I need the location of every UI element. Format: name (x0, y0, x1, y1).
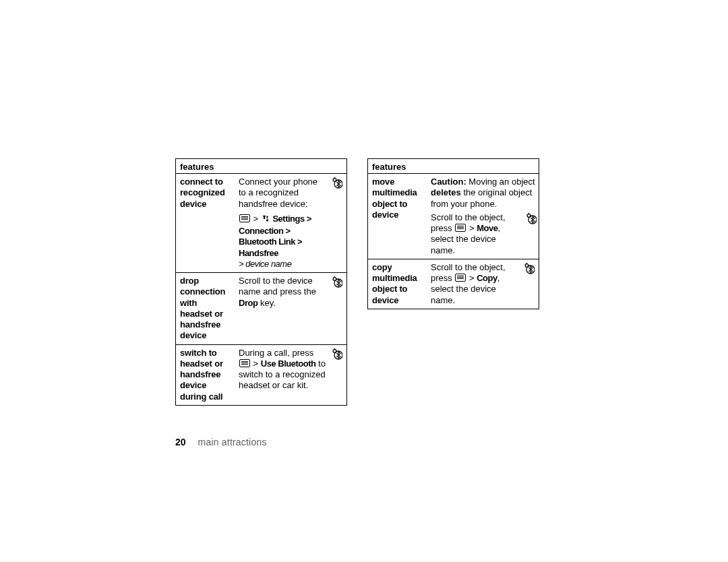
bluetooth-cell (330, 344, 347, 405)
caution-text: Moving an object (466, 177, 535, 187)
right-column: features move multimedia object to devic… (367, 158, 539, 406)
action-move: Move (477, 223, 497, 233)
caution-label: Caution: (431, 177, 466, 187)
table-header: features (368, 159, 539, 174)
feature-desc: Scroll to the object, press > Copy, sele… (427, 259, 522, 309)
features-table-left: features connect to recognized device Co… (175, 158, 347, 406)
feature-desc: Scroll to the device name and press the … (235, 273, 330, 345)
bluetooth-cell (522, 259, 539, 309)
scroll-text: Scroll to the object, (431, 212, 506, 222)
desc-text: Connect your phone to a recognized hands… (239, 177, 317, 209)
bluetooth-icon (524, 266, 535, 276)
scroll-text: Scroll to the object, (431, 262, 506, 272)
feature-name: switch to headset or handsfree device du… (176, 344, 235, 405)
bluetooth-icon (332, 181, 342, 191)
svg-point-3 (333, 179, 336, 182)
bluetooth-icon (332, 352, 342, 362)
bluetooth-cell (330, 174, 347, 273)
menu-key-icon (455, 274, 466, 282)
two-column-layout: features connect to recognized device Co… (175, 158, 539, 406)
bluetooth-cell (330, 273, 347, 345)
menu-key-icon (239, 359, 250, 367)
feature-desc: During a call, press > Use Bluetooth to … (235, 344, 330, 405)
features-table-right: features move multimedia object to devic… (367, 158, 539, 309)
svg-rect-1 (263, 216, 266, 217)
table-row: connect to recognized device Connect you… (176, 174, 347, 273)
deletes-bold: deletes (431, 187, 461, 197)
feature-desc: Caution: Moving an object deletes the or… (427, 174, 539, 259)
press-text: press (431, 273, 454, 283)
page-footer: 20main attractions (175, 437, 539, 447)
svg-point-12 (527, 214, 530, 217)
bluetooth-icon (332, 280, 342, 290)
desc-text: key. (257, 298, 276, 308)
svg-point-15 (525, 263, 528, 267)
table-row: switch to headset or handsfree device du… (176, 344, 347, 405)
menu-key-icon (455, 224, 466, 232)
press-text: press (431, 223, 454, 233)
svg-point-6 (333, 278, 336, 281)
action-copy: Copy (477, 273, 497, 283)
table-header: features (176, 159, 347, 174)
drop-key: Drop (239, 298, 257, 308)
nav-tail: > device name (239, 259, 291, 269)
manual-page: features connect to recognized device Co… (175, 158, 539, 447)
feature-name: drop connection with headset or handsfre… (176, 273, 235, 345)
nav-path: > Settings > Connection > Bluetooth Link… (239, 214, 311, 269)
desc-text: During a call, press (239, 348, 313, 358)
tail-text: select the device name. (431, 234, 496, 255)
page-number: 20 (175, 437, 186, 447)
bluetooth-icon (526, 212, 537, 227)
svg-point-9 (333, 349, 336, 352)
tail-text: select the device name. (431, 284, 496, 305)
feature-desc: Connect your phone to a recognized hands… (235, 174, 330, 273)
desc-text: Scroll to the device name and press the (239, 276, 316, 296)
table-row: move multimedia object to device Caution… (368, 174, 539, 259)
feature-name: copy multimedia object to device (368, 259, 427, 309)
use-bluetooth: Use Bluetooth (261, 358, 316, 369)
table-row: copy multimedia object to device Scroll … (368, 259, 539, 309)
feature-name: connect to recognized device (176, 174, 235, 273)
tools-icon (262, 215, 270, 226)
feature-name: move multimedia object to device (368, 174, 427, 259)
table-row: drop connection with headset or handsfre… (176, 273, 347, 345)
menu-key-icon (239, 214, 250, 222)
section-title: main attractions (198, 437, 267, 447)
left-column: features connect to recognized device Co… (175, 158, 347, 406)
